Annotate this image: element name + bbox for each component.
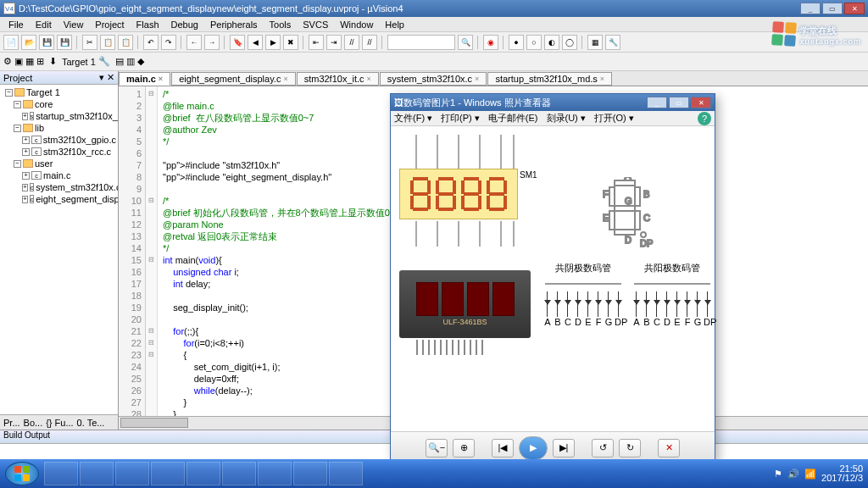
- menu-peripherals[interactable]: Peripherals: [205, 19, 263, 30]
- menu-view[interactable]: View: [58, 19, 89, 30]
- svg-text:F: F: [603, 189, 609, 199]
- taskbar-item[interactable]: [44, 462, 78, 485]
- taskbar-item[interactable]: [222, 462, 256, 485]
- tray-flag-icon[interactable]: ⚑: [774, 469, 782, 480]
- bookmark-next-icon[interactable]: ▶: [265, 35, 281, 50]
- taskbar-item[interactable]: [258, 462, 292, 485]
- tab-startup-s[interactable]: startup_stm32f10x_md.s×: [487, 72, 612, 86]
- fold-gutter[interactable]: ⊟⊟⊟⊟⊟⊟: [146, 86, 158, 416]
- menu-help[interactable]: Help: [380, 19, 409, 30]
- pv-next-button[interactable]: ▶|: [553, 439, 575, 458]
- debug-icon[interactable]: ◉: [483, 35, 498, 50]
- bookmark-prev-icon[interactable]: ◀: [248, 35, 263, 50]
- indent-right-icon[interactable]: ⇥: [326, 35, 342, 50]
- batch-build-icon[interactable]: ⊞: [36, 56, 44, 67]
- build-icon[interactable]: ▣: [14, 56, 23, 67]
- find-combo[interactable]: [387, 35, 455, 50]
- pv-maximize-button[interactable]: ▭: [669, 97, 689, 108]
- pv-zoom-button[interactable]: 🔍−: [426, 439, 448, 458]
- photo-viewer-titlebar[interactable]: 🖼 数码管图片1 - Windows 照片查看器 _ ▭ ✕: [391, 94, 715, 111]
- download-icon[interactable]: ⬇: [49, 56, 57, 67]
- copy-icon[interactable]: 📋: [100, 35, 115, 50]
- tab-main-c[interactable]: main.c×: [119, 72, 170, 86]
- pane-menu-icon[interactable]: ▾ ✕: [99, 72, 114, 83]
- close-button[interactable]: ✕: [844, 3, 865, 14]
- taskbar-item[interactable]: [151, 462, 185, 485]
- save-icon[interactable]: 💾: [39, 35, 54, 50]
- tree-group-user: user: [35, 158, 53, 169]
- undo-icon[interactable]: ↶: [143, 35, 159, 50]
- tray-volume-icon[interactable]: 🔊: [787, 469, 799, 480]
- bookmark-clear-icon[interactable]: ✖: [283, 35, 298, 50]
- uncomment-icon[interactable]: //: [362, 35, 377, 50]
- breakpoint-disable-icon[interactable]: ◐: [544, 35, 559, 50]
- breakpoint-icon[interactable]: ●: [509, 35, 524, 50]
- target-options-icon[interactable]: 🔧: [98, 56, 110, 67]
- start-button[interactable]: [5, 462, 39, 485]
- pv-menu-open[interactable]: 打开(O) ▾: [594, 112, 634, 125]
- system-tray[interactable]: ⚑ 🔊 📶 21:50 2017/12/3: [774, 464, 863, 483]
- new-file-icon[interactable]: 📄: [3, 35, 19, 50]
- pv-prev-button[interactable]: |◀: [492, 439, 514, 458]
- taskbar-item[interactable]: [186, 462, 220, 485]
- paste-icon[interactable]: 📋: [118, 35, 133, 50]
- menu-window[interactable]: Window: [335, 19, 378, 30]
- pv-play-button[interactable]: ▶: [519, 436, 548, 460]
- pv-menu-burn[interactable]: 刻录(U) ▾: [547, 112, 586, 125]
- target-combo[interactable]: Target 1: [62, 57, 96, 67]
- manage-icon[interactable]: ▤: [115, 56, 124, 67]
- pv-rotate-left-button[interactable]: ↺: [592, 439, 614, 458]
- project-tree[interactable]: −Target 1 −core +sstartup_stm32f10x_md.s…: [0, 85, 118, 414]
- tab-system-c[interactable]: system_stm32f10x.c×: [380, 72, 487, 86]
- window-icon[interactable]: ▦: [587, 35, 603, 50]
- rebuild-icon[interactable]: ▦: [25, 56, 34, 67]
- tray-network-icon[interactable]: 📶: [804, 469, 816, 480]
- manage3-icon[interactable]: ◆: [137, 56, 144, 67]
- taskbar-item[interactable]: [293, 462, 327, 485]
- redo-icon[interactable]: ↷: [161, 35, 176, 50]
- nav-fwd-icon[interactable]: →: [204, 35, 220, 50]
- pv-minimize-button[interactable]: _: [647, 97, 667, 108]
- menu-debug[interactable]: Debug: [166, 19, 203, 30]
- comment-icon[interactable]: //: [344, 35, 359, 50]
- taskbar-item[interactable]: [80, 462, 114, 485]
- build-toolbar: ⚙ ▣ ▦ ⊞ ⬇ Target 1 🔧 ▤ ▥ ◆: [0, 53, 868, 71]
- svg-text:DP: DP: [640, 238, 653, 248]
- pv-menu-email[interactable]: 电子邮件(E): [488, 112, 538, 125]
- minimize-button[interactable]: _: [800, 3, 821, 14]
- svg-text:C: C: [643, 213, 650, 223]
- open-file-icon[interactable]: 📂: [21, 35, 36, 50]
- project-pane-tabs[interactable]: Pr...Bo...{} Fu...0. Te...: [0, 414, 118, 430]
- taskbar-item[interactable]: [115, 462, 149, 485]
- menu-project[interactable]: Project: [90, 19, 129, 30]
- menu-edit[interactable]: Edit: [31, 19, 57, 30]
- pv-delete-button[interactable]: ✕: [658, 439, 680, 458]
- taskbar-item[interactable]: [329, 462, 363, 485]
- indent-left-icon[interactable]: ⇤: [309, 35, 324, 50]
- pv-close-button[interactable]: ✕: [691, 97, 711, 108]
- save-all-icon[interactable]: 💾: [57, 35, 72, 50]
- manage2-icon[interactable]: ▥: [126, 56, 135, 67]
- tab-it-c[interactable]: stm32f10x_it.c×: [297, 72, 379, 86]
- pv-menu-file[interactable]: 文件(F) ▾: [394, 112, 432, 125]
- nav-back-icon[interactable]: ←: [186, 35, 202, 50]
- menu-file[interactable]: File: [3, 19, 29, 30]
- find-icon[interactable]: 🔍: [458, 35, 473, 50]
- cut-icon[interactable]: ✂: [82, 35, 97, 50]
- pv-rotate-right-button[interactable]: ↻: [619, 439, 641, 458]
- breakpoint-enable-icon[interactable]: ○: [526, 35, 542, 50]
- bookmark-icon[interactable]: 🔖: [230, 35, 245, 50]
- svg-text:A: A: [625, 177, 632, 180]
- menu-svcs[interactable]: SVCS: [298, 19, 333, 30]
- translate-icon[interactable]: ⚙: [3, 56, 12, 67]
- pv-fit-button[interactable]: ⊕: [453, 439, 475, 458]
- tab-esd-c[interactable]: eight_segment_display.c×: [171, 72, 296, 86]
- pv-menu-print[interactable]: 打印(P) ▾: [441, 112, 480, 125]
- menu-tools[interactable]: Tools: [264, 19, 297, 30]
- toolbox-icon[interactable]: 🔧: [605, 35, 620, 50]
- pv-help-icon[interactable]: ?: [698, 112, 711, 125]
- maximize-button[interactable]: ▭: [822, 3, 843, 14]
- close-icon[interactable]: ×: [159, 75, 163, 83]
- breakpoint-kill-icon[interactable]: ◯: [562, 35, 577, 50]
- menu-flash[interactable]: Flash: [131, 19, 164, 30]
